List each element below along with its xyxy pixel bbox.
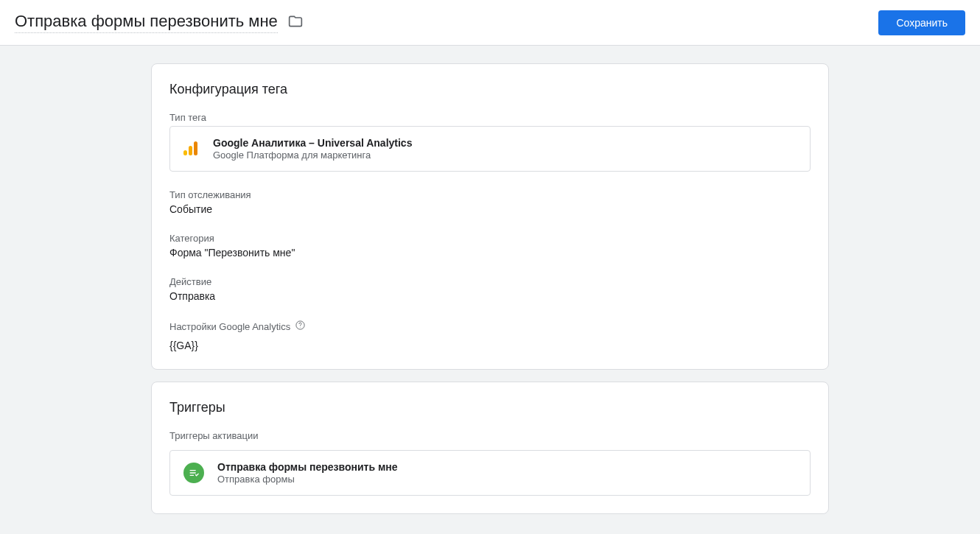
category-label: Категория [169,233,811,244]
google-analytics-icon [183,141,200,157]
triggers-title: Триггеры [169,400,811,415]
tag-type-label: Тип тега [169,112,811,123]
page-title[interactable]: Отправка формы перезвонить мне [15,12,278,33]
tag-config-title: Конфигурация тега [169,82,811,97]
ga-settings-label-wrap: Настройки Google Analytics [169,320,811,334]
action-value: Отправка [169,290,811,302]
content: Конфигурация тега Тип тега Google Аналит… [151,63,829,514]
tag-config-card: Конфигурация тега Тип тега Google Аналит… [151,63,829,370]
folder-icon[interactable] [288,14,303,32]
category-value: Форма "Перезвонить мне" [169,247,811,259]
trigger-text: Отправка формы перезвонить мне Отправка … [217,461,398,485]
tag-type-text: Google Аналитика – Universal Analytics G… [213,137,412,161]
trigger-title: Отправка формы перезвонить мне [217,461,398,473]
tracking-type-label: Тип отслеживания [169,189,811,200]
triggers-card: Триггеры Триггеры активации Отправка фор… [151,382,829,514]
ga-settings-value: {{GA}} [169,340,811,351]
action-label: Действие [169,276,811,287]
triggers-activation-label: Триггеры активации [169,430,811,441]
header-left: Отправка формы перезвонить мне [15,12,303,33]
trigger-subtitle: Отправка формы [217,474,398,485]
save-button[interactable]: Сохранить [878,10,965,35]
trigger-item[interactable]: Отправка формы перезвонить мне Отправка … [169,450,811,496]
tag-type-selector[interactable]: Google Аналитика – Universal Analytics G… [169,126,811,172]
ga-settings-label: Настройки Google Analytics [169,321,290,332]
svg-point-1 [300,327,301,328]
tag-type-title: Google Аналитика – Universal Analytics [213,137,412,149]
form-submit-icon [183,463,204,483]
help-icon[interactable] [295,320,306,334]
page-header: Отправка формы перезвонить мне Сохранить [0,0,980,46]
tracking-type-value: Событие [169,203,811,215]
tag-type-subtitle: Google Платформа для маркетинга [213,150,412,161]
